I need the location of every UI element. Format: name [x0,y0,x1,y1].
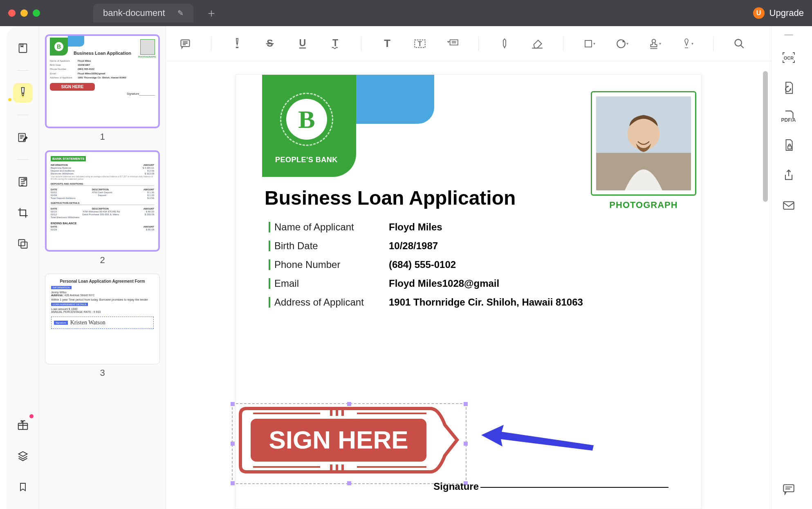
textbox-tool-icon[interactable]: T [413,37,427,51]
applicant-fields: Name of ApplicantFloyd Miles Birth Date1… [269,221,673,308]
thumbnail-page-1[interactable]: B PHOTOGRAPH Business Loan Application N… [45,34,160,128]
titlebar: bank-document ✎ ＋ U Upgrade [0,0,812,26]
thumbnail-page-2[interactable]: BANK STATEMENTS INFORMATIONAMOUNT Beginn… [45,150,160,252]
annotation-toolbar: S U T T T ▾ ▾ ▾ ▾ [166,26,771,61]
svg-text:U: U [299,38,306,48]
document-canvas[interactable]: B PEOPLE'S BANK [166,61,771,509]
pdfa-button[interactable]: PDF/A [781,110,797,123]
svg-text:T: T [332,38,338,48]
thumbnail-page-3[interactable]: Personal Loan Application Agreement Form… [45,274,160,364]
field-row: EmailFloyd Miles1028@gmail [269,278,673,289]
comments-panel-button[interactable] [781,481,797,498]
squiggly-tool-icon[interactable]: T [328,37,342,51]
thumbnail-panel: B PHOTOGRAPH Business Loan Application N… [39,26,166,509]
svg-rect-37 [341,464,344,470]
ocr-button[interactable]: OCR [781,49,797,66]
text-tool-icon[interactable]: T [380,37,394,51]
vertical-scrollbar[interactable] [763,71,768,202]
svg-rect-39 [787,146,791,149]
svg-text:T: T [418,40,422,47]
forms-tool[interactable] [13,172,33,192]
oval-tool-icon[interactable]: ▾ [615,37,629,51]
crop-tool[interactable] [13,203,33,223]
photograph-box: PHOTOGRAPH [591,91,696,210]
thumb-1-number: 1 [45,132,160,142]
search-icon[interactable] [732,37,746,51]
svg-rect-36 [336,464,338,470]
new-tab-button[interactable]: ＋ [206,5,217,21]
callout-tool-icon[interactable] [446,37,460,51]
signature-line: Signature [433,481,668,492]
photograph-label: PHOTOGRAPH [591,200,696,210]
svg-rect-9 [236,47,238,48]
svg-rect-18 [450,40,458,45]
mail-button[interactable] [781,197,797,214]
page-1: B PEOPLE'S BANK [236,74,702,509]
svg-point-23 [735,39,742,46]
rename-tab-icon[interactable]: ✎ [177,9,184,18]
tab-title: bank-document [103,8,165,18]
left-tool-rail [7,26,39,509]
pen-tool-icon[interactable] [498,37,511,51]
underline-tool-icon[interactable]: U [296,37,310,51]
share-button[interactable] [781,167,797,183]
close-window-button[interactable] [8,9,16,17]
field-row: Phone Number(684) 555-0102 [269,259,673,270]
gift-button[interactable] [13,415,33,435]
note-tool-icon[interactable] [178,37,192,51]
sign-tool-icon[interactable]: ▾ [680,37,694,51]
strikethrough-tool-icon[interactable]: S [263,37,277,51]
edit-text-tool[interactable] [13,127,33,147]
app-shell: B PHOTOGRAPH Business Loan Application N… [7,26,805,509]
window-controls [8,9,40,17]
svg-text:OCR: OCR [783,56,794,60]
svg-point-22 [652,39,655,43]
convert-button[interactable] [781,80,797,96]
bookmark-button[interactable] [13,477,33,497]
shape-tool-icon[interactable]: ▾ [582,37,596,51]
svg-text:T: T [384,38,390,49]
svg-rect-6 [21,242,27,248]
applicant-photo [596,96,691,190]
thumb-3-number: 3 [45,368,160,378]
highlighter-tool[interactable] [13,83,33,103]
svg-rect-5 [18,240,25,246]
upgrade-badge-icon: U [753,7,765,19]
svg-rect-35 [330,464,332,470]
layers-button[interactable] [13,446,33,466]
svg-rect-41 [783,484,794,491]
field-row: Name of ApplicantFloyd Miles [269,221,673,233]
logo-letter: B [286,99,327,140]
bank-name: PEOPLE'S BANK [275,156,338,164]
svg-rect-40 [783,202,794,209]
svg-rect-32 [330,410,332,416]
document-tab[interactable]: bank-document ✎ [93,4,193,22]
minimize-window-button[interactable] [20,9,28,17]
upgrade-label: Upgrade [769,8,804,18]
stamp-text: SIGN HERE [269,426,408,454]
right-tool-rail: OCR PDF/A [771,26,805,509]
maximize-window-button[interactable] [33,9,40,17]
svg-rect-1 [22,96,23,97]
sign-here-stamp[interactable]: SIGN HERE [238,404,459,478]
main-area: S U T T T ▾ ▾ ▾ ▾ B [166,26,771,509]
svg-point-21 [622,40,624,42]
svg-rect-4 [24,179,26,180]
thumb-2-number: 2 [45,255,160,266]
field-row: Birth Date10/28/1987 [269,240,673,252]
svg-rect-19 [585,40,592,47]
field-row: Address of Applicant1901 Thornridge Cir.… [269,297,673,308]
collapse-handle[interactable] [784,34,793,36]
stamp-tool-icon[interactable]: ▾ [648,37,662,51]
svg-rect-33 [336,410,338,416]
svg-rect-34 [341,410,344,416]
eraser-tool-icon[interactable] [530,37,544,51]
secure-button[interactable] [781,137,797,153]
highlight-tool-icon[interactable] [230,37,244,51]
pointer-arrow-icon [481,423,596,457]
bookmarks-tool[interactable] [13,38,33,58]
compare-tool[interactable] [13,234,33,254]
upgrade-button[interactable]: U Upgrade [753,7,804,19]
